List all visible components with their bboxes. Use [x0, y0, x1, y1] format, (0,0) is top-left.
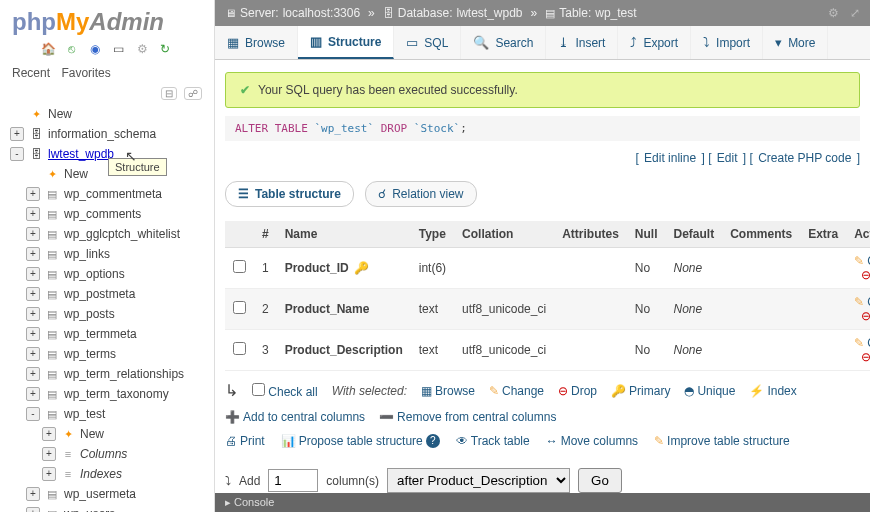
move-columns-link[interactable]: ↔Move columns	[546, 434, 638, 448]
tree-item-wp_postmeta[interactable]: +wp_postmeta	[4, 284, 210, 304]
expander-icon[interactable]: -	[26, 407, 40, 421]
change-link[interactable]: ✎ Change	[854, 336, 870, 350]
tree-label[interactable]: New	[48, 107, 72, 121]
bulk-change[interactable]: ✎Change	[489, 384, 544, 398]
print-link[interactable]: 🖨Print	[225, 434, 265, 448]
logo[interactable]: phpMyAdmin	[4, 6, 210, 38]
breadcrumb-db[interactable]: lwtest_wpdb	[456, 6, 522, 20]
expander-icon[interactable]: +	[26, 347, 40, 361]
tree-label[interactable]: wp_posts	[64, 307, 115, 321]
row-checkbox[interactable]	[233, 301, 246, 314]
tree-item-wp_test[interactable]: -wp_test	[4, 404, 210, 424]
tab-more[interactable]: ▾More	[763, 26, 828, 59]
tab-insert[interactable]: ⤓Insert	[546, 26, 618, 59]
tab-browse[interactable]: ▦Browse	[215, 26, 298, 59]
col-num-header[interactable]: #	[254, 221, 277, 248]
drop-link[interactable]: ⊖ D	[861, 268, 870, 282]
tree-item-lwtest_wpdb[interactable]: -lwtest_wpdb↖Structure	[4, 144, 210, 164]
expander-icon[interactable]: +	[26, 387, 40, 401]
tree-label[interactable]: wp_commentmeta	[64, 187, 162, 201]
exit-icon[interactable]: ⤢	[850, 6, 860, 20]
expander-icon[interactable]: +	[42, 447, 56, 461]
change-link[interactable]: ✎ Change	[854, 254, 870, 268]
tree-label[interactable]: wp_postmeta	[64, 287, 135, 301]
expander-icon[interactable]: +	[26, 507, 40, 512]
expander-icon[interactable]: +	[26, 247, 40, 261]
row-checkbox[interactable]	[233, 260, 246, 273]
tab-sql[interactable]: ▭SQL	[394, 26, 461, 59]
propose-structure-link[interactable]: 📊Propose table structure ?	[281, 434, 440, 448]
recent-tab[interactable]: Recent	[12, 66, 50, 80]
add-column-position[interactable]: after Product_Description	[387, 468, 570, 493]
tree-item-wp_options[interactable]: +wp_options	[4, 264, 210, 284]
home-icon[interactable]: 🏠	[41, 42, 57, 58]
go-button[interactable]: Go	[578, 468, 622, 493]
docs-icon[interactable]: ◉	[87, 42, 103, 58]
expander-icon[interactable]: +	[26, 207, 40, 221]
create-php-link[interactable]: Create PHP code	[758, 151, 851, 165]
tree-label[interactable]: wp_comments	[64, 207, 141, 221]
tree-label[interactable]: wp_usermeta	[64, 487, 136, 501]
col-null-header[interactable]: Null	[627, 221, 666, 248]
col-attributes-header[interactable]: Attributes	[554, 221, 627, 248]
tree-item-wp_term_taxonomy[interactable]: +wp_term_taxonomy	[4, 384, 210, 404]
bulk-browse[interactable]: ▦Browse	[421, 384, 475, 398]
tree-item-wp_term_relationships[interactable]: +wp_term_relationships	[4, 364, 210, 384]
tree-label[interactable]: wp_term_taxonomy	[64, 387, 169, 401]
col-comments-header[interactable]: Comments	[722, 221, 800, 248]
col-name-header[interactable]: Name	[277, 221, 411, 248]
tree-label[interactable]: wp_terms	[64, 347, 116, 361]
tree-label[interactable]: wp_links	[64, 247, 110, 261]
tree-item-columns[interactable]: +Columns	[4, 444, 210, 464]
tree-label[interactable]: wp_termmeta	[64, 327, 137, 341]
expander-icon[interactable]: +	[26, 367, 40, 381]
help-icon[interactable]: ?	[426, 434, 440, 448]
nav-settings-icon[interactable]: ☍	[184, 87, 202, 100]
tree-item-information_schema[interactable]: +information_schema	[4, 124, 210, 144]
expander-icon[interactable]: +	[26, 307, 40, 321]
logout-icon[interactable]: ⎋	[64, 42, 80, 58]
check-all[interactable]: Check all	[252, 383, 318, 399]
tree-label[interactable]: Indexes	[80, 467, 122, 481]
drop-link[interactable]: ⊖ D	[861, 350, 870, 364]
bulk-primary[interactable]: 🔑Primary	[611, 384, 670, 398]
col-name[interactable]: Product_ID	[285, 261, 349, 275]
tree-item-indexes[interactable]: +Indexes	[4, 464, 210, 484]
track-table-link[interactable]: 👁Track table	[456, 434, 530, 448]
drop-link[interactable]: ⊖ D	[861, 309, 870, 323]
reload-icon[interactable]: ↻	[157, 42, 173, 58]
tree-item-wp_usermeta[interactable]: +wp_usermeta	[4, 484, 210, 504]
col-name[interactable]: Product_Name	[285, 302, 370, 316]
tree-label[interactable]: wp_term_relationships	[64, 367, 184, 381]
tree-item-wp_termmeta[interactable]: +wp_termmeta	[4, 324, 210, 344]
tree-label[interactable]: Columns	[80, 447, 127, 461]
expander-icon[interactable]: +	[42, 427, 56, 441]
col-default-header[interactable]: Default	[665, 221, 722, 248]
table-structure-subtab[interactable]: ☰Table structure	[225, 181, 354, 207]
tree-item-new[interactable]: +New	[4, 424, 210, 444]
relation-view-subtab[interactable]: ☌Relation view	[365, 181, 476, 207]
improve-structure-link[interactable]: ✎Improve table structure	[654, 434, 790, 448]
tree-label[interactable]: wp_gglcptch_whitelist	[64, 227, 180, 241]
console-bar[interactable]: ▸ Console	[215, 493, 870, 512]
bulk-drop[interactable]: ⊖Drop	[558, 384, 597, 398]
expander-icon[interactable]: +	[26, 187, 40, 201]
edit-inline-link[interactable]: Edit inline	[644, 151, 696, 165]
expander-icon[interactable]: -	[10, 147, 24, 161]
tree-label[interactable]: wp_test	[64, 407, 105, 421]
tree-item-wp_links[interactable]: +wp_links	[4, 244, 210, 264]
tab-structure[interactable]: ▥Structure	[298, 26, 394, 59]
expander-icon[interactable]: +	[26, 327, 40, 341]
tree-item-wp_users[interactable]: +wp_users	[4, 504, 210, 512]
expander-icon[interactable]: +	[26, 267, 40, 281]
tree-label[interactable]: wp_users	[64, 507, 115, 512]
tab-import[interactable]: ⤵Import	[691, 26, 763, 59]
expander-icon[interactable]: +	[26, 487, 40, 501]
tree-item-wp_terms[interactable]: +wp_terms	[4, 344, 210, 364]
tree-label[interactable]: information_schema	[48, 127, 156, 141]
tree-item-new[interactable]: New	[4, 104, 210, 124]
col-collation-header[interactable]: Collation	[454, 221, 554, 248]
bulk-unique[interactable]: ◓Unique	[684, 384, 735, 398]
favorites-tab[interactable]: Favorites	[61, 66, 110, 80]
col-extra-header[interactable]: Extra	[800, 221, 846, 248]
